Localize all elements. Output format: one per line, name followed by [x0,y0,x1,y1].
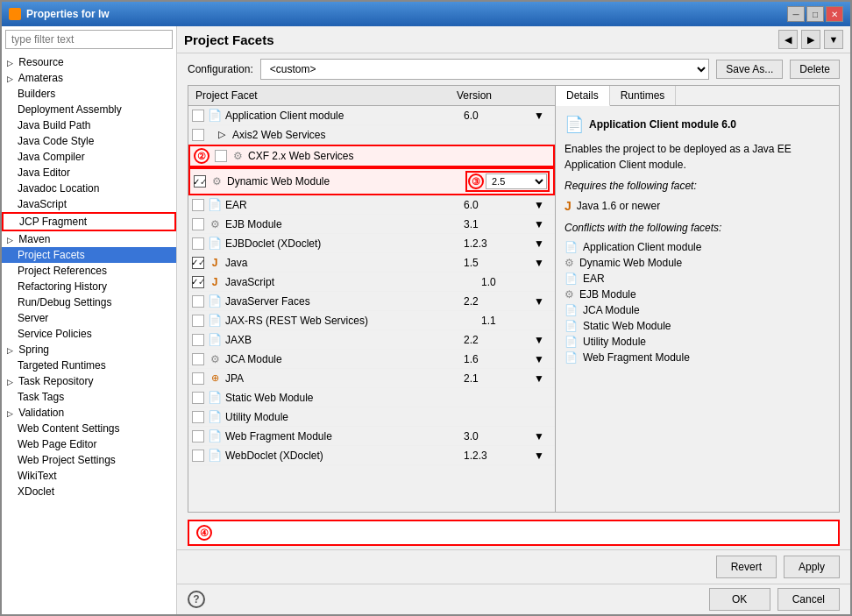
expand-arrow: ▷ [7,346,16,355]
facet-check-utility[interactable] [192,411,204,423]
sidebar-item-project-references[interactable]: Project References [2,263,176,279]
facet-row-ear: 📄 EAR 6.0 ▼ [188,195,555,215]
facet-name-jaxrs: JAX-RS (REST Web Services) [225,315,481,327]
sidebar-item-task-tags[interactable]: Task Tags [2,389,176,405]
sidebar-item-java-build-path[interactable]: Java Build Path [2,117,176,133]
details-conflict-utility: 📄 Utility Module [564,334,830,350]
details-requires-label: Requires the following facet: [564,180,830,192]
minimize-button[interactable]: ─ [787,6,805,22]
ok-button[interactable]: OK [709,588,770,611]
delete-button[interactable]: Delete [790,60,840,79]
details-conflict-utility-text: Utility Module [583,336,646,348]
sidebar-item-refactoring-history[interactable]: Refactoring History [2,279,176,294]
facet-check-webdoclet[interactable] [192,450,204,462]
sidebar-item-amateras[interactable]: ▷ Amateras [2,70,176,86]
facet-check-jaxrs[interactable] [192,315,204,327]
sidebar-item-service-policies[interactable]: Service Policies [2,326,176,342]
dynamic-web-version-select[interactable]: 2.5 [486,173,547,189]
sidebar-item-java-editor[interactable]: Java Editor [2,165,176,181]
tab-runtimes[interactable]: Runtimes [610,86,677,105]
facet-icon-dynamic-web: ⚙ [209,174,224,188]
sidebar-item-wikitext[interactable]: WikiText [2,468,176,484]
save-as-button[interactable]: Save As... [716,60,783,79]
details-conflict-ear-text: EAR [583,273,605,285]
annotation-box-4: ④ [188,520,840,546]
facet-check-app-client[interactable] [192,110,204,122]
facet-icon-static-web: 📄 [208,391,222,405]
help-row: ? OK Cancel [177,584,850,614]
tab-details[interactable]: Details [556,86,610,106]
facet-check-jaxb[interactable] [192,334,204,346]
facet-check-jsf[interactable] [192,295,204,308]
facets-body: 📄 Application Client module 6.0 ▼ ▷ Axis… [188,106,555,512]
facet-name-jaxb: JAXB [225,334,464,346]
facet-check-static-web[interactable] [192,392,204,404]
sidebar-item-project-facets[interactable]: Project Facets [2,247,176,263]
sidebar-item-targeted-runtimes[interactable]: Targeted Runtimes [2,358,176,373]
sidebar-item-web-content-settings[interactable]: Web Content Settings [2,421,176,436]
conflict-web-fragment-icon: 📄 [564,351,578,364]
facet-check-web-fragment[interactable] [192,430,204,443]
facet-version-jpa: 2.1 [464,372,534,385]
sidebar-item-xdoclet[interactable]: XDoclet [2,484,176,499]
back-button[interactable]: ◀ [778,30,798,49]
three-col-area: Project Facet Version 📄 Application Clie… [177,85,850,520]
facet-check-dynamic-web[interactable]: ✓ [194,175,206,188]
facet-check-jca[interactable] [192,353,204,365]
sidebar-item-server[interactable]: Server [2,310,176,326]
facet-version-app-client: 6.0 [464,110,534,122]
sidebar-item-javascript[interactable]: JavaScript [2,196,176,212]
sidebar-item-validation[interactable]: ▷ Validation [2,405,176,421]
facet-check-java[interactable]: ✓ [192,257,204,269]
facet-row-jca: ⚙ JCA Module 1.6 ▼ [188,350,555,369]
sidebar-item-builders[interactable]: Builders [2,86,176,102]
apply-button[interactable]: Apply [784,556,840,578]
facet-version-ejbdoclet: 1.2.3 [464,237,534,250]
details-title-text: Application Client module 6.0 [589,118,736,131]
facet-icon-app-client: 📄 [208,109,222,123]
facets-header: Project Facet Version [188,86,555,106]
facet-check-javascript[interactable]: ✓ [192,276,204,288]
sidebar-item-spring[interactable]: ▷ Spring [2,342,176,358]
close-button[interactable]: ✕ [826,6,843,22]
sidebar-item-java-code-style[interactable]: Java Code Style [2,133,176,149]
sidebar-item-deployment-assembly[interactable]: Deployment Assembly [2,102,176,117]
revert-button[interactable]: Revert [716,556,777,578]
sidebar-item-resource[interactable]: ▷ Resource [2,54,176,70]
menu-button[interactable]: ▼ [824,30,843,49]
sidebar-item-run-debug[interactable]: Run/Debug Settings [2,294,176,310]
details-conflict-dynamic-web-text: Dynamic Web Module [579,257,682,269]
callout-badge-2: ② [194,148,209,164]
facet-check-ejbdoclet[interactable] [192,237,204,250]
sidebar-item-web-page-editor[interactable]: Web Page Editor [2,436,176,452]
details-content: 📄 Application Client module 6.0 Enables … [556,106,839,512]
config-select[interactable]: <custom> [260,59,710,80]
facet-name-utility: Utility Module [225,411,481,423]
facet-row-java: ✓ J Java 1.5 ▼ [188,253,555,273]
sidebar-item-task-repository[interactable]: ▷ Task Repository [2,373,176,389]
maximize-button[interactable]: □ [806,6,824,22]
sidebar-item-java-compiler[interactable]: Java Compiler [2,149,176,165]
facet-check-cxf[interactable] [215,150,227,162]
facet-check-jpa[interactable] [192,372,204,385]
cancel-button[interactable]: Cancel [777,588,840,611]
sidebar-item-jcp-fragment[interactable]: JCP Fragment [2,212,176,231]
facet-row-utility: 📄 Utility Module [188,407,555,427]
facet-check-ejb[interactable] [192,218,204,230]
forward-button[interactable]: ▶ [801,30,820,49]
sidebar-item-javadoc-location[interactable]: Javadoc Location [2,181,176,196]
sidebar: ▷ Resource ▷ Amateras Builders Deploymen… [2,26,177,614]
help-button[interactable]: ? [188,591,205,608]
sidebar-item-web-project-settings[interactable]: Web Project Settings [2,452,176,468]
config-row: Configuration: <custom> Save As... Delet… [177,53,850,85]
facet-name-cxf: CXF 2.x Web Services [248,150,550,162]
conflict-static-web-icon: 📄 [564,320,578,332]
facet-check-ear[interactable] [192,199,204,211]
facet-check-axis2[interactable] [192,129,204,141]
facet-name-static-web: Static Web Module [225,392,481,404]
filter-input[interactable] [5,30,173,49]
facet-row-javascript: ✓ J JavaScript 1.0 [188,273,555,292]
facet-icon-web-fragment: 📄 [208,429,222,443]
sidebar-item-maven[interactable]: ▷ Maven [2,231,176,247]
facet-version-arrow-app-client: ▼ [534,110,551,122]
